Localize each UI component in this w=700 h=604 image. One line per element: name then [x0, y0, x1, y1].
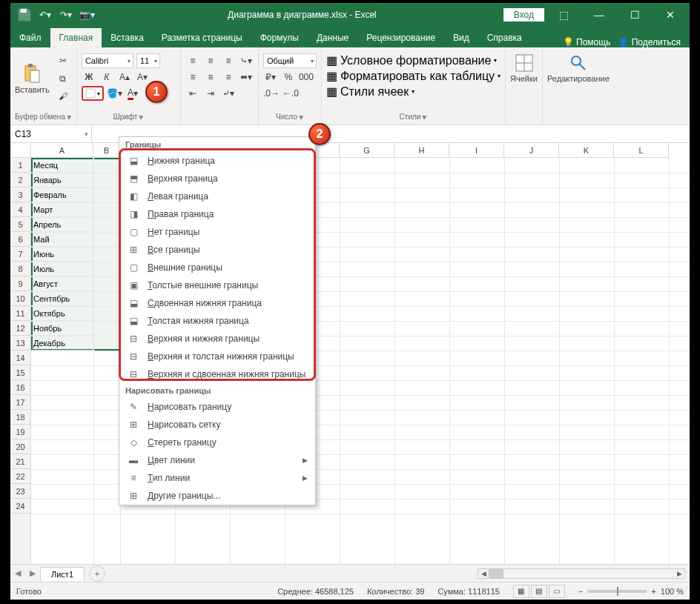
percent-icon[interactable]: % [281, 70, 296, 84]
align-right-icon[interactable]: ≡ [221, 70, 236, 84]
indent-increase-icon[interactable]: ⇥ [203, 86, 218, 101]
menu-item-border-3[interactable]: ◨Правая граница [119, 205, 315, 223]
cell-A11[interactable]: Октябрь [31, 306, 93, 321]
cell-A10[interactable]: Сентябрь [31, 291, 93, 306]
maximize-icon[interactable]: ☐ [618, 3, 651, 27]
row-header-23[interactable]: 23 [10, 484, 31, 499]
name-box[interactable]: C13 [10, 125, 92, 142]
row-header-24[interactable]: 24 [10, 499, 31, 514]
tab-home[interactable]: Главная [50, 28, 102, 47]
menu-item-draw-2[interactable]: ◇Стереть границу [119, 434, 315, 451]
format-as-table-button[interactable]: ▦ Форматировать как таблицу ▾ [326, 69, 501, 83]
borders-button[interactable]: ▾ [82, 86, 104, 101]
row-header-20[interactable]: 20 [10, 439, 31, 454]
col-header-H[interactable]: H [394, 143, 449, 158]
row-header-10[interactable]: 10 [10, 291, 31, 306]
col-header-L[interactable]: L [614, 143, 669, 158]
login-button[interactable]: Вход [503, 8, 544, 21]
sheet-tab-1[interactable]: Лист1 [40, 567, 85, 581]
row-header-8[interactable]: 8 [10, 262, 31, 276]
col-header-J[interactable]: J [504, 143, 559, 158]
menu-item-border-2[interactable]: ◧Левая граница [119, 187, 315, 205]
row-header-5[interactable]: 5 [10, 217, 31, 232]
cell-A13[interactable]: Декабрь [31, 336, 93, 351]
cut-icon[interactable]: ✂ [56, 53, 70, 68]
menu-item-border-6[interactable]: ▢Внешние границы [119, 259, 315, 276]
row-header-17[interactable]: 17 [10, 395, 31, 410]
select-all-corner[interactable] [10, 143, 31, 158]
minimize-icon[interactable]: — [583, 3, 615, 27]
menu-item-border-4[interactable]: ▢Нет границы [119, 223, 315, 241]
add-sheet-button[interactable]: + [89, 565, 105, 582]
tab-insert[interactable]: Вставка [102, 28, 153, 47]
cell-A4[interactable]: Март [31, 202, 93, 217]
indent-decrease-icon[interactable]: ⇤ [185, 86, 200, 101]
row-header-18[interactable]: 18 [10, 410, 31, 425]
font-size-combo[interactable]: 11 [136, 53, 160, 68]
number-format-combo[interactable]: Общий [263, 53, 317, 68]
align-middle-icon[interactable]: ≡ [203, 53, 218, 68]
undo-icon[interactable]: ↶▾ [37, 7, 53, 23]
zoom-control[interactable]: −+ 100 % [578, 587, 684, 596]
sheet-nav-next[interactable]: ▶ [25, 568, 40, 578]
menu-item-border-9[interactable]: ⬓Толстая нижняя граница [119, 312, 315, 330]
menu-item-border-12[interactable]: ⊟Верхняя и сдвоенная нижняя границы [119, 365, 315, 383]
thousands-icon[interactable]: 000 [299, 70, 314, 84]
menu-item-draw-5[interactable]: ⊞Другие границы... [119, 487, 315, 505]
view-layout-icon[interactable]: ▤ [531, 585, 547, 598]
save-icon[interactable] [16, 7, 33, 23]
tab-layout[interactable]: Разметка страницы [153, 28, 251, 47]
menu-item-border-7[interactable]: ▣Толстые внешние границы [119, 276, 315, 294]
fill-color-icon[interactable]: 🪣▾ [107, 86, 122, 101]
cell-A7[interactable]: Июнь [31, 247, 93, 262]
row-header-4[interactable]: 4 [10, 202, 31, 217]
ribbon-options-icon[interactable]: ⬚ [547, 3, 580, 27]
col-header-K[interactable]: K [559, 143, 614, 158]
tab-view[interactable]: Вид [444, 28, 478, 47]
wrap-text-icon[interactable]: ⤶▾ [221, 86, 236, 101]
copy-icon[interactable]: ⧉ [56, 71, 70, 86]
view-break-icon[interactable]: ▭ [549, 585, 565, 598]
font-name-combo[interactable]: Calibri [82, 53, 133, 68]
row-header-2[interactable]: 2 [10, 173, 31, 187]
align-left-icon[interactable]: ≡ [185, 70, 200, 84]
conditional-formatting-button[interactable]: ▦ Условное форматирование ▾ [326, 53, 501, 67]
row-header-3[interactable]: 3 [10, 187, 31, 202]
spreadsheet-grid[interactable]: A B C D E F G H I J K L 1234567891011121… [10, 143, 690, 564]
italic-button[interactable]: К [99, 70, 114, 84]
editing-button[interactable]: Редактирование [547, 53, 610, 83]
col-header-A[interactable]: A [31, 143, 93, 158]
currency-icon[interactable]: ₽▾ [263, 70, 278, 84]
menu-item-border-8[interactable]: ⬓Сдвоенная нижняя граница [119, 294, 315, 312]
decrease-decimal-icon[interactable]: ←.0 [283, 86, 299, 101]
menu-item-border-0[interactable]: ⬓Нижняя граница [119, 152, 315, 170]
row-header-19[interactable]: 19 [10, 425, 31, 439]
font-color-icon[interactable]: A▾ [125, 86, 140, 101]
decrease-font-icon[interactable]: A▾ [135, 70, 150, 84]
row-header-13[interactable]: 13 [10, 336, 31, 351]
menu-item-draw-0[interactable]: ✎Нарисовать границу [119, 398, 315, 416]
align-top-icon[interactable]: ≡ [185, 53, 200, 68]
sheet-nav-prev[interactable]: ◀ [10, 568, 25, 578]
increase-font-icon[interactable]: A▴ [117, 70, 132, 84]
bold-button[interactable]: Ж [82, 70, 96, 84]
cell-A5[interactable]: Апрель [31, 217, 93, 232]
horizontal-scrollbar[interactable]: ◀▶ [478, 568, 685, 579]
redo-icon[interactable]: ↷▾ [58, 7, 74, 23]
increase-decimal-icon[interactable]: .0→ [263, 86, 280, 101]
row-header-14[interactable]: 14 [10, 351, 31, 365]
tab-help[interactable]: Справка [478, 28, 531, 47]
align-center-icon[interactable]: ≡ [203, 70, 218, 84]
menu-item-draw-3[interactable]: ▬Цвет линии▶ [119, 451, 315, 469]
cell-A9[interactable]: Август [31, 276, 93, 291]
tab-review[interactable]: Рецензирование [357, 28, 444, 47]
col-header-I[interactable]: I [449, 143, 504, 158]
menu-item-border-5[interactable]: ⊞Все границы [119, 241, 315, 259]
view-normal-icon[interactable]: ▦ [513, 585, 529, 598]
format-painter-icon[interactable]: 🖌 [56, 89, 70, 104]
row-header-9[interactable]: 9 [10, 276, 31, 291]
tell-me[interactable]: 💡 Помощь [563, 37, 611, 47]
row-header-22[interactable]: 22 [10, 469, 31, 484]
cell-A2[interactable]: Январь [31, 173, 93, 187]
menu-item-draw-4[interactable]: ≡Тип линии▶ [119, 469, 315, 487]
